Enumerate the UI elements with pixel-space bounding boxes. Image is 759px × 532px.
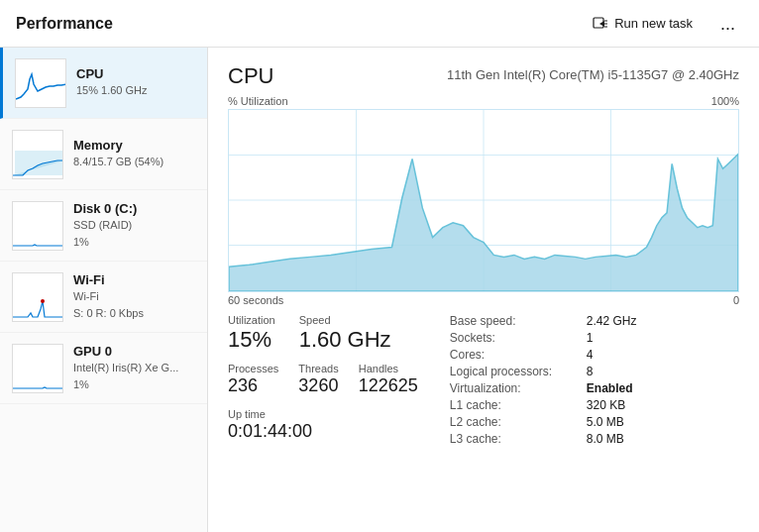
l2-row: L2 cache: 5.0 MB (450, 415, 637, 429)
l1-val: 320 KB (587, 398, 625, 412)
sidebar-item-memory[interactable]: Memory 8.4/15.7 GB (54%) (0, 119, 207, 190)
wifi-sidebar-name: Wi-Fi (73, 272, 195, 287)
more-options-button[interactable]: ... (712, 11, 743, 37)
l1-row: L1 cache: 320 KB (450, 398, 637, 412)
svg-rect-7 (13, 345, 63, 393)
base-speed-key: Base speed: (450, 314, 579, 328)
cores-row: Cores: 4 (450, 348, 637, 362)
content-area: CPU 15% 1.60 GHz Memory 8.4/15.7 GB (54%… (0, 48, 759, 532)
cpu-header: CPU 11th Gen Intel(R) Core(TM) i5-1135G7… (228, 63, 739, 89)
handles-value: 122625 (359, 375, 418, 396)
utilization-stat: Utilization 15% (228, 314, 275, 353)
chart-label-top: % Utilization 100% (228, 95, 739, 107)
run-new-task-button[interactable]: Run new task (585, 12, 701, 36)
processes-stat: Processes 236 (228, 363, 278, 396)
app-title: Performance (16, 15, 113, 33)
threads-stat: Threads 3260 (298, 363, 338, 396)
main-panel: CPU 11th Gen Intel(R) Core(TM) i5-1135G7… (208, 48, 759, 532)
cores-key: Cores: (450, 348, 579, 362)
logical-val: 8 (587, 365, 594, 378)
chart-60s-label: 60 seconds (228, 294, 283, 306)
uptime-label: Up time (228, 408, 418, 420)
sockets-key: Sockets: (450, 331, 579, 345)
virt-row: Virtualization: Enabled (450, 381, 637, 395)
memory-sidebar-name: Memory (73, 138, 195, 153)
cpu-title: CPU (228, 63, 273, 89)
sidebar-item-gpu[interactable]: GPU 0 Intel(R) Iris(R) Xe G... 1% (0, 333, 207, 404)
speed-stat-label: Speed (299, 314, 391, 326)
sidebar-item-wifi[interactable]: Wi-Fi Wi-Fi S: 0 R: 0 Kbps (0, 262, 207, 333)
l3-key: L3 cache: (450, 432, 579, 446)
base-speed-row: Base speed: 2.42 GHz (450, 314, 637, 328)
speed-stat-value: 1.60 GHz (299, 327, 391, 353)
title-bar: Performance Run new task ... (0, 0, 759, 48)
base-speed-val: 2.42 GHz (587, 314, 637, 328)
left-stats: Utilization 15% Speed 1.60 GHz Processes… (228, 314, 418, 446)
speed-stat: Speed 1.60 GHz (299, 314, 391, 353)
l2-key: L2 cache: (450, 415, 579, 429)
chart-area: % Utilization 100% (228, 95, 739, 306)
right-details: Base speed: 2.42 GHz Sockets: 1 Cores: 4… (450, 314, 637, 446)
wifi-sidebar-sub2: S: 0 R: 0 Kbps (73, 306, 195, 321)
sockets-val: 1 (587, 331, 594, 345)
disk-sidebar-sub1: SSD (RAID) (73, 218, 195, 233)
l3-row: L3 cache: 8.0 MB (450, 432, 637, 446)
app-container: Performance Run new task ... (0, 0, 759, 532)
gpu-sidebar-info: GPU 0 Intel(R) Iris(R) Xe G... 1% (73, 344, 195, 393)
cpu-sidebar-name: CPU (76, 66, 195, 81)
virt-key: Virtualization: (450, 381, 579, 395)
wifi-thumbnail (12, 272, 63, 322)
processes-label: Processes (228, 363, 278, 374)
svg-point-6 (41, 299, 45, 303)
cpu-chart (228, 109, 739, 292)
sidebar-item-disk[interactable]: Disk 0 (C:) SSD (RAID) 1% (0, 190, 207, 262)
l1-key: L1 cache: (450, 398, 579, 412)
disk-sidebar-info: Disk 0 (C:) SSD (RAID) 1% (73, 201, 195, 251)
threads-value: 3260 (298, 375, 338, 396)
disk-sidebar-sub2: 1% (73, 235, 195, 250)
handles-label: Handles (359, 363, 418, 374)
chart-0-label: 0 (733, 294, 739, 306)
logical-row: Logical processors: 8 (450, 365, 637, 378)
cpu-sidebar-sub: 15% 1.60 GHz (76, 83, 195, 98)
cpu-sidebar-info: CPU 15% 1.60 GHz (76, 66, 195, 98)
utilization-label: % Utilization (228, 95, 288, 107)
run-task-icon (593, 16, 608, 32)
threads-label: Threads (298, 363, 338, 374)
utilization-stat-value: 15% (228, 327, 275, 353)
sockets-row: Sockets: 1 (450, 331, 637, 345)
memory-sidebar-sub: 8.4/15.7 GB (54%) (73, 155, 195, 169)
sidebar-item-cpu[interactable]: CPU 15% 1.60 GHz (0, 48, 207, 119)
gpu-sidebar-name: GPU 0 (73, 344, 195, 359)
utilization-stat-label: Utilization (228, 314, 275, 326)
wifi-sidebar-sub1: Wi-Fi (73, 289, 195, 304)
gpu-thumbnail (12, 344, 63, 393)
chart-max-label: 100% (711, 95, 739, 107)
cpu-thumbnail (15, 58, 66, 108)
svg-rect-4 (13, 202, 63, 251)
sidebar: CPU 15% 1.60 GHz Memory 8.4/15.7 GB (54%… (0, 48, 208, 532)
cpu-model: 11th Gen Intel(R) Core(TM) i5-1135G7 @ 2… (447, 67, 739, 82)
memory-sidebar-info: Memory 8.4/15.7 GB (54%) (73, 138, 195, 169)
gpu-sidebar-sub2: 1% (73, 377, 195, 392)
gpu-sidebar-sub1: Intel(R) Iris(R) Xe G... (73, 361, 195, 375)
chart-label-bottom: 60 seconds 0 (228, 294, 739, 306)
processes-value: 236 (228, 375, 278, 396)
handles-stat: Handles 122625 (359, 363, 418, 396)
wifi-sidebar-info: Wi-Fi Wi-Fi S: 0 R: 0 Kbps (73, 272, 195, 322)
title-bar-actions: Run new task ... (585, 11, 743, 37)
disk-sidebar-name: Disk 0 (C:) (73, 201, 195, 216)
bottom-section: Utilization 15% Speed 1.60 GHz Processes… (228, 314, 739, 446)
logical-key: Logical processors: (450, 365, 579, 378)
cores-val: 4 (587, 348, 594, 362)
memory-thumbnail (12, 130, 63, 179)
uptime-value: 0:01:44:00 (228, 421, 418, 442)
svg-rect-1 (16, 59, 66, 108)
l2-val: 5.0 MB (587, 415, 624, 429)
virt-val: Enabled (587, 381, 633, 395)
l3-val: 8.0 MB (587, 432, 624, 446)
disk-thumbnail (12, 201, 63, 251)
